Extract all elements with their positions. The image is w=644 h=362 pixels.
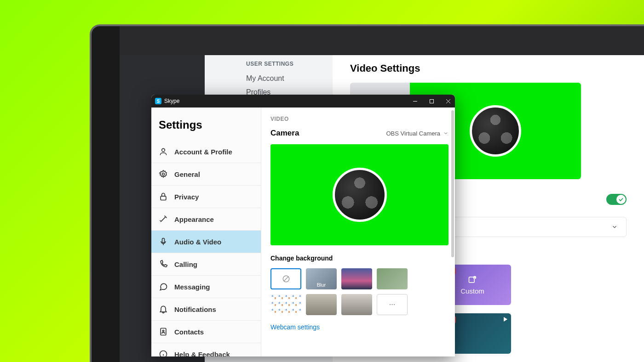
sidebar-label: Audio & Video: [174, 238, 221, 246]
discord-video-toggle[interactable]: [606, 194, 627, 205]
play-icon: [504, 317, 507, 322]
camera-selected-value: OBS Virtual Camera: [386, 130, 440, 137]
sidebar-item-account-profile[interactable]: Account & Profile: [151, 141, 261, 163]
skype-window: S Skype Settings Account & Profile Gener…: [151, 95, 455, 356]
maximize-button[interactable]: [428, 98, 435, 104]
svg-text:+: +: [474, 276, 476, 279]
camera-label: Camera: [270, 129, 299, 138]
sidebar-label: Calling: [174, 260, 197, 268]
skype-app-icon: S: [155, 98, 161, 104]
bg-option-more[interactable]: ···: [377, 294, 408, 315]
bell-icon: [159, 305, 168, 314]
sidebar-item-privacy[interactable]: Privacy: [151, 186, 261, 208]
discord-section-header: USER SETTINGS: [205, 61, 333, 72]
skype-settings-sidebar: Settings Account & Profile General Priva…: [151, 107, 261, 356]
close-button[interactable]: [445, 98, 451, 104]
settings-title: Settings: [151, 107, 261, 141]
obs-logo-icon: [470, 105, 521, 157]
sidebar-item-notifications[interactable]: Notifications: [151, 298, 261, 321]
sidebar-label: Notifications: [174, 305, 216, 313]
svg-rect-19: [162, 238, 165, 243]
svg-line-26: [283, 277, 288, 282]
gear-icon: [159, 170, 168, 179]
chevron-down-icon: [443, 130, 448, 136]
svg-rect-18: [161, 196, 166, 200]
scrollbar[interactable]: [451, 110, 454, 257]
sidebar-label: Help & Feedback: [174, 351, 230, 357]
bg-option-pattern[interactable]: [270, 294, 301, 315]
user-icon: [159, 147, 168, 156]
sidebar-item-calling[interactable]: Calling: [151, 253, 261, 276]
bg-option-mountain[interactable]: [341, 268, 372, 289]
skype-main-panel: VIDEO Camera OBS Virtual Camera Change b…: [261, 107, 455, 356]
mic-icon: [159, 237, 168, 246]
background-options-grid: Blur ···: [270, 268, 448, 315]
sidebar-label: Appearance: [174, 215, 214, 223]
sidebar-label: General: [174, 170, 200, 178]
camera-select-dropdown[interactable]: OBS Virtual Camera: [386, 130, 448, 137]
wand-icon: [159, 215, 168, 224]
video-section-header: VIDEO: [270, 116, 448, 122]
sidebar-label: Privacy: [174, 193, 199, 201]
phone-icon: [159, 260, 168, 269]
sidebar-label: Messaging: [174, 283, 210, 291]
discord-sidebar-my-account[interactable]: My Account: [205, 72, 333, 85]
skype-window-title: Skype: [164, 98, 412, 104]
no-bg-icon: [282, 275, 290, 283]
minimize-button[interactable]: [412, 98, 418, 104]
sidebar-label: Contacts: [174, 328, 204, 336]
sidebar-item-appearance[interactable]: Appearance: [151, 208, 261, 231]
bg-option-room2[interactable]: [341, 294, 372, 315]
sidebar-item-audio-video[interactable]: Audio & Video: [151, 231, 261, 253]
skype-titlebar[interactable]: S Skype: [151, 95, 455, 107]
discord-main-title: Video Settings: [350, 62, 627, 74]
bg-option-blur[interactable]: Blur: [306, 268, 337, 289]
image-add-icon: +: [468, 275, 477, 284]
contacts-icon: [159, 327, 168, 336]
obs-logo-icon: [333, 168, 387, 222]
sidebar-item-messaging[interactable]: Messaging: [151, 276, 261, 298]
chat-icon: [159, 282, 168, 291]
svg-point-16: [162, 148, 165, 152]
info-icon: [159, 350, 168, 356]
chevron-down-icon: [611, 224, 618, 230]
svg-point-17: [162, 173, 165, 175]
bg-option-office[interactable]: [377, 268, 408, 289]
svg-rect-13: [430, 99, 433, 103]
webcam-settings-link[interactable]: Webcam settings: [270, 323, 448, 331]
custom-label: Custom: [460, 287, 484, 295]
svg-point-21: [162, 330, 164, 332]
bg-option-none[interactable]: [270, 268, 301, 289]
bg-option-room1[interactable]: [306, 294, 337, 315]
change-background-label: Change background: [270, 255, 448, 262]
sidebar-item-help-feedback[interactable]: Help & Feedback: [151, 343, 261, 356]
lock-icon: [159, 192, 168, 201]
sidebar-item-contacts[interactable]: Contacts: [151, 321, 261, 343]
sidebar-label: Account & Profile: [174, 148, 232, 156]
sidebar-item-general[interactable]: General: [151, 163, 261, 186]
skype-camera-preview: [270, 144, 448, 245]
